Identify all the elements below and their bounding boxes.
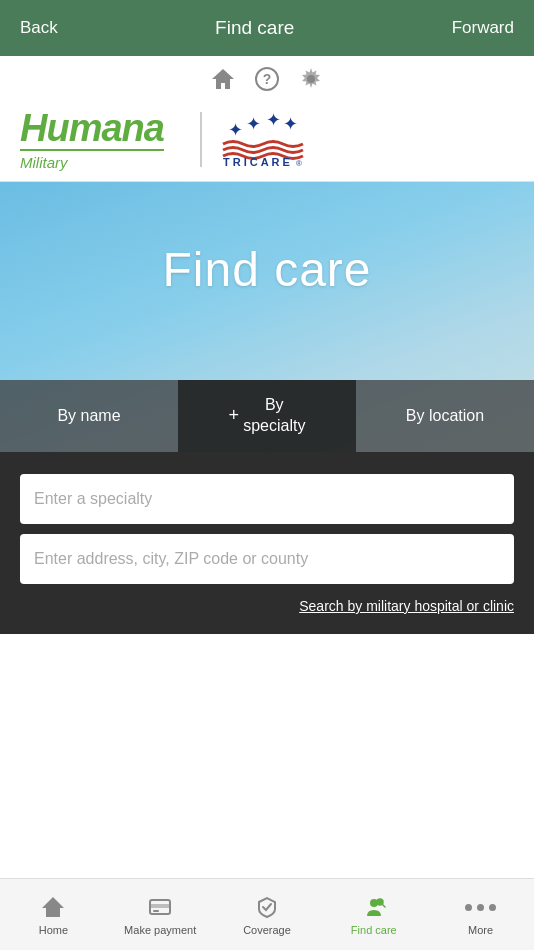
nav-home-label: Home bbox=[39, 924, 68, 936]
settings-icon[interactable] bbox=[298, 66, 324, 92]
military-text: Military bbox=[20, 154, 164, 171]
icon-bar: ? bbox=[0, 56, 534, 102]
svg-text:✦: ✦ bbox=[228, 120, 243, 140]
payment-nav-icon bbox=[146, 893, 174, 921]
forward-button[interactable]: Forward bbox=[452, 18, 514, 38]
address-input[interactable] bbox=[20, 534, 514, 584]
svg-text:®: ® bbox=[296, 159, 302, 167]
search-panel-container: Search by military hospital or clinic bbox=[0, 452, 534, 634]
humana-underline bbox=[20, 149, 164, 151]
dot-1 bbox=[465, 904, 472, 911]
tab-by-location[interactable]: By location bbox=[356, 380, 534, 452]
svg-marker-10 bbox=[42, 897, 64, 917]
home-nav-icon bbox=[39, 893, 67, 921]
find-care-nav-icon bbox=[360, 893, 388, 921]
svg-marker-0 bbox=[212, 69, 234, 89]
nav-payment[interactable]: Make payment bbox=[107, 879, 214, 950]
logo-bar: Humana Military ✦ ✦ ✦ ✦ TRICARE ® bbox=[0, 102, 534, 182]
nav-payment-label: Make payment bbox=[124, 924, 196, 936]
svg-rect-13 bbox=[153, 910, 159, 912]
back-button[interactable]: Back bbox=[20, 18, 58, 38]
nav-find-care[interactable]: Find care bbox=[320, 879, 427, 950]
humana-logo: Humana Military bbox=[20, 109, 164, 171]
hero-title: Find care bbox=[162, 242, 371, 297]
page-title: Find care bbox=[215, 17, 294, 39]
nav-coverage[interactable]: Coverage bbox=[214, 879, 321, 950]
nav-more-label: More bbox=[468, 924, 493, 936]
top-nav-bar: Back Find care Forward bbox=[0, 0, 534, 56]
humana-text: Humana bbox=[20, 109, 164, 147]
dot-3 bbox=[489, 904, 496, 911]
dot-2 bbox=[477, 904, 484, 911]
svg-text:✦: ✦ bbox=[246, 114, 261, 134]
nav-more[interactable]: More bbox=[427, 879, 534, 950]
main-content: Find care By name + Byspecialty By locat… bbox=[0, 182, 534, 878]
tab-by-name[interactable]: By name bbox=[0, 380, 178, 452]
bottom-nav: Home Make payment Coverage bbox=[0, 878, 534, 950]
tricare-emblem: ✦ ✦ ✦ ✦ TRICARE ® bbox=[218, 112, 308, 167]
svg-line-16 bbox=[382, 905, 385, 908]
tricare-logo: ✦ ✦ ✦ ✦ TRICARE ® bbox=[218, 112, 308, 167]
coverage-nav-icon bbox=[253, 893, 281, 921]
svg-text:?: ? bbox=[263, 71, 272, 87]
logo-divider bbox=[200, 112, 202, 167]
svg-text:✦: ✦ bbox=[266, 112, 281, 130]
search-panel: Search by military hospital or clinic bbox=[0, 474, 534, 634]
help-icon[interactable]: ? bbox=[254, 66, 280, 92]
home-icon[interactable] bbox=[210, 66, 236, 92]
tab-by-specialty[interactable]: + Byspecialty bbox=[178, 380, 356, 452]
search-tabs: By name + Byspecialty By location bbox=[0, 380, 534, 452]
hero-section: Find care By name + Byspecialty By locat… bbox=[0, 182, 534, 452]
panel-pointer bbox=[245, 452, 289, 474]
military-hospital-link[interactable]: Search by military hospital or clinic bbox=[20, 598, 514, 614]
nav-find-care-label: Find care bbox=[351, 924, 397, 936]
svg-text:✦: ✦ bbox=[283, 114, 298, 134]
nav-home[interactable]: Home bbox=[0, 879, 107, 950]
svg-rect-12 bbox=[150, 904, 170, 908]
specialty-input[interactable] bbox=[20, 474, 514, 524]
svg-text:TRICARE: TRICARE bbox=[223, 156, 293, 167]
more-nav-icon bbox=[467, 893, 495, 921]
nav-coverage-label: Coverage bbox=[243, 924, 291, 936]
